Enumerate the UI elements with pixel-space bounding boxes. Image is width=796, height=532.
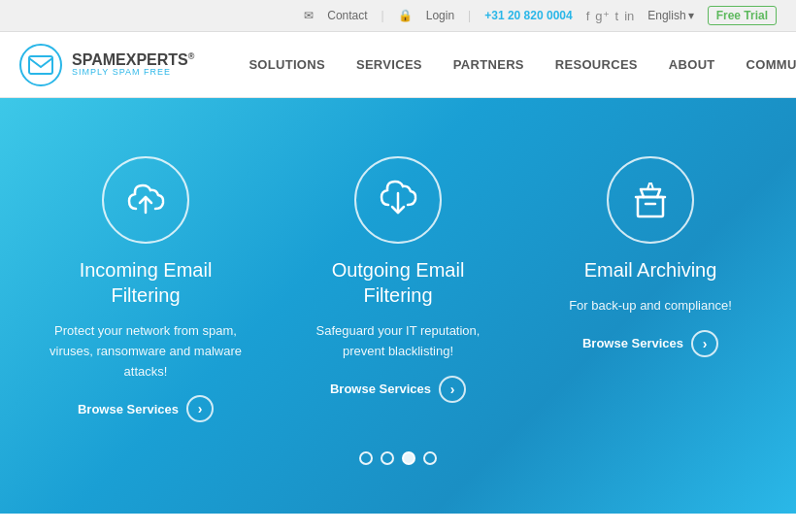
lock-icon: 🔒 (398, 9, 413, 22)
carousel-dot-4[interactable] (423, 451, 437, 465)
incoming-title: Incoming Email Filtering (49, 257, 243, 308)
outgoing-browse-btn[interactable]: Browse Services › (330, 376, 466, 403)
googleplus-icon[interactable]: g⁺ (595, 9, 609, 23)
svg-rect-3 (638, 197, 663, 216)
logo-brand: SPAMEXPERTS® (72, 51, 194, 69)
twitter-icon[interactable]: t (615, 9, 619, 23)
archiving-title: Email Archiving (584, 257, 717, 283)
hero-card-incoming: Incoming Email Filtering Protect your ne… (19, 137, 272, 442)
browse-arrow-icon-3: › (691, 330, 718, 357)
main-nav: SPAMEXPERTS® SIMPLY SPAM FREE SOLUTIONS … (0, 32, 796, 98)
hero-section: Incoming Email Filtering Protect your ne… (0, 98, 796, 514)
free-trial-button[interactable]: Free Trial (708, 6, 777, 25)
nav-partners[interactable]: PARTNERS (438, 32, 540, 98)
carousel-dot-2[interactable] (381, 451, 394, 465)
carousel-dot-1[interactable] (359, 451, 373, 465)
incoming-desc: Protect your network from spam, viruses,… (49, 321, 243, 382)
hero-grid: Incoming Email Filtering Protect your ne… (19, 137, 777, 442)
archiving-desc: For back-up and compliance! (569, 296, 732, 316)
social-icons: f g⁺ t in (586, 9, 635, 23)
phone-number: +31 20 820 0004 (484, 9, 572, 22)
logo-icon (19, 44, 62, 86)
nav-resources[interactable]: RESOURCES (540, 32, 653, 98)
top-bar: ✉ Contact | 🔒 Login | +31 20 820 0004 f … (0, 0, 796, 32)
svg-rect-0 (29, 56, 52, 74)
incoming-icon-circle (102, 156, 189, 244)
nav-services[interactable]: SERVICES (341, 32, 438, 98)
nav-solutions[interactable]: SOLUTIONS (233, 32, 341, 98)
hero-card-archiving: Email Archiving For back-up and complian… (524, 137, 777, 442)
logo-text: SPAMEXPERTS® SIMPLY SPAM FREE (72, 51, 194, 78)
nav-about[interactable]: ABOUT (653, 32, 731, 98)
nav-links: SOLUTIONS SERVICES PARTNERS RESOURCES AB… (233, 32, 796, 98)
bottom-section: $ (0, 514, 796, 532)
logo-tagline: SIMPLY SPAM FREE (72, 68, 194, 78)
outgoing-title: Outgoing Email Filtering (301, 257, 495, 308)
login-link[interactable]: Login (426, 9, 454, 22)
facebook-icon[interactable]: f (586, 9, 590, 23)
browse-arrow-icon-2: › (439, 376, 466, 403)
logo[interactable]: SPAMEXPERTS® SIMPLY SPAM FREE (19, 44, 194, 86)
outgoing-desc: Safeguard your IT reputation, prevent bl… (301, 321, 495, 362)
nav-community[interactable]: COMMUNITY (731, 32, 796, 98)
chevron-down-icon: ▾ (688, 9, 694, 22)
carousel-dot-3[interactable] (402, 451, 415, 465)
archiving-browse-btn[interactable]: Browse Services › (582, 330, 718, 357)
linkedin-icon[interactable]: in (624, 9, 634, 23)
carousel-dots (19, 451, 777, 465)
hero-card-outgoing: Outgoing Email Filtering Safeguard your … (272, 137, 524, 442)
browse-arrow-icon: › (186, 395, 214, 422)
contact-link[interactable]: Contact (327, 9, 367, 22)
envelope-icon: ✉ (304, 9, 314, 22)
archiving-icon-circle (607, 156, 694, 244)
incoming-browse-btn[interactable]: Browse Services › (78, 395, 214, 422)
language-selector[interactable]: English ▾ (647, 9, 693, 22)
outgoing-icon-circle (354, 156, 442, 244)
